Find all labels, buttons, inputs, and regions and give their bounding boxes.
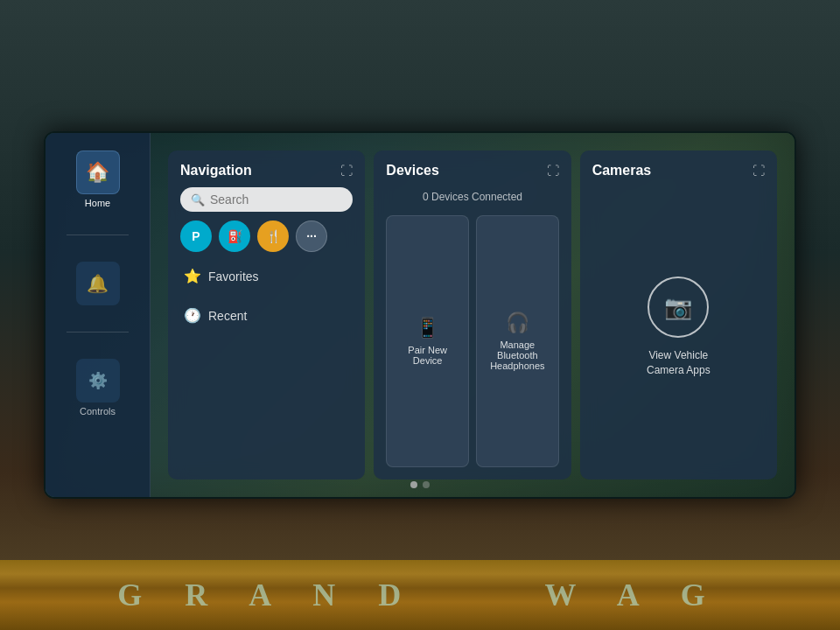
camera-icon: 📷 xyxy=(664,294,692,321)
recent-action[interactable]: 🕐 Recent xyxy=(180,300,353,331)
navigation-card-header: Navigation ⛶ xyxy=(180,163,353,178)
clock-icon: 🕐 xyxy=(184,307,201,324)
navigation-title: Navigation xyxy=(180,163,252,178)
cameras-title: Cameras xyxy=(592,163,652,178)
more-icon: ··· xyxy=(306,229,317,243)
navigation-card: Navigation ⛶ 🔍 P ⛽ xyxy=(168,150,365,480)
devices-card: Devices ⛶ 0 Devices Connected 📱 Pair New… xyxy=(374,150,570,480)
food-button[interactable]: 🍴 xyxy=(257,220,289,252)
sidebar-divider-1 xyxy=(66,234,129,235)
devices-expand-icon[interactable]: ⛶ xyxy=(547,164,559,178)
manage-bluetooth-button[interactable]: 🎧 Manage Bluetooth Headphones xyxy=(476,215,559,467)
home-label: Home xyxy=(85,198,110,208)
devices-card-header: Devices ⛶ xyxy=(386,163,558,178)
parking-icon: P xyxy=(192,229,200,243)
sidebar-item-controls[interactable]: ⚙️ Controls xyxy=(76,359,120,416)
devices-title: Devices xyxy=(386,163,439,178)
fuel-button[interactable]: ⛽ xyxy=(219,220,250,252)
phone-icon: 📱 xyxy=(416,317,439,340)
fuel-icon: ⛽ xyxy=(228,229,242,243)
bluetooth-label: Manage Bluetooth Headphones xyxy=(484,340,551,371)
infotainment-screen: 🏠 Home 🔔 ⚙️ Controls xyxy=(44,131,796,499)
devices-status: 0 Devices Connected xyxy=(386,187,558,206)
camera-circle-button[interactable]: 📷 xyxy=(648,276,709,338)
main-content: Navigation ⛶ 🔍 P ⛽ xyxy=(150,133,794,497)
bell-icon: 🔔 xyxy=(87,273,108,294)
notification-icon-box: 🔔 xyxy=(76,262,120,305)
home-icon-box: 🏠 xyxy=(76,150,120,194)
device-action-grid: 📱 Pair New Device 🎧 Manage Bluetooth Hea… xyxy=(386,215,558,467)
search-input[interactable] xyxy=(210,192,342,206)
controls-icon-box: ⚙️ xyxy=(76,359,120,402)
cameras-card-header: Cameras ⛶ xyxy=(592,163,765,178)
home-icon: 🏠 xyxy=(86,161,109,184)
sidebar-divider-2 xyxy=(66,332,129,332)
camera-content: 📷 View VehicleCamera Apps xyxy=(592,187,765,467)
sidebar: 🏠 Home 🔔 ⚙️ Controls xyxy=(46,133,150,497)
cameras-card: Cameras ⛶ 📷 View VehicleCamera Apps xyxy=(580,150,777,480)
headphones-icon: 🎧 xyxy=(506,312,529,334)
favorites-action[interactable]: ⭐ Favorites xyxy=(180,261,353,291)
brand-name: G R A N D W A G xyxy=(117,577,723,613)
cameras-expand-icon[interactable]: ⛶ xyxy=(752,164,765,178)
food-icon: 🍴 xyxy=(266,229,281,243)
pair-new-device-button[interactable]: 📱 Pair New Device xyxy=(386,215,469,467)
ui-layer: 🏠 Home 🔔 ⚙️ Controls xyxy=(46,133,794,497)
recent-label: Recent xyxy=(208,309,247,323)
controls-label: Controls xyxy=(80,406,116,416)
sidebar-item-home[interactable]: 🏠 Home xyxy=(76,150,120,208)
pair-new-label: Pair New Device xyxy=(394,345,461,366)
more-button[interactable]: ··· xyxy=(296,220,327,252)
outer-bezel: 🏠 Home 🔔 ⚙️ Controls xyxy=(0,0,840,630)
search-bar[interactable]: 🔍 xyxy=(180,187,353,212)
favorites-label: Favorites xyxy=(208,270,259,284)
parking-button[interactable]: P xyxy=(180,220,212,252)
controls-icon: ⚙️ xyxy=(88,371,108,390)
navigation-expand-icon[interactable]: ⛶ xyxy=(340,164,353,178)
quick-buttons-row: P ⛽ 🍴 ··· xyxy=(180,220,353,252)
search-icon: 🔍 xyxy=(191,193,205,206)
view-vehicle-camera-label: View VehicleCamera Apps xyxy=(647,348,710,378)
sidebar-item-notifications[interactable]: 🔔 xyxy=(76,262,120,305)
wood-trim: G R A N D W A G xyxy=(0,560,840,630)
star-icon: ⭐ xyxy=(184,268,201,284)
